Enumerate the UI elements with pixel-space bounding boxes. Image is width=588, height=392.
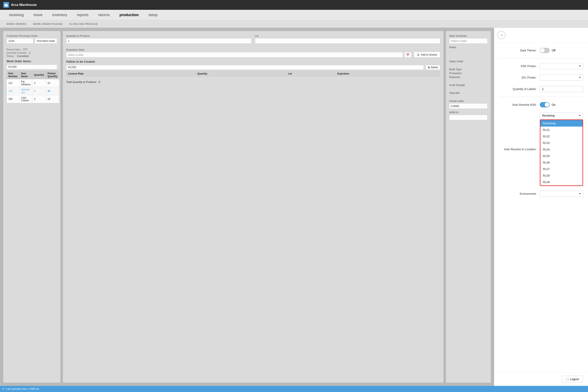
content-wrapper: Customer Purchase Order: Find Work Order…	[0, 28, 588, 386]
dropdown-item-rl04[interactable]: RL04	[540, 146, 582, 153]
dark-theme-toggle[interactable]	[540, 48, 550, 53]
auto-receive-asn-toggle[interactable]	[540, 102, 550, 108]
status-text: Last operation time: 17695 ms	[6, 388, 39, 390]
dropdown-item-rl01[interactable]: RL01	[540, 126, 582, 133]
nav-production[interactable]: production	[114, 10, 144, 20]
sub-nav-work-order-picking[interactable]: WORK ORDER PICKING	[30, 21, 66, 27]
dropdown-item-rl08[interactable]: RL08	[540, 172, 582, 179]
sub-nav-work-orders[interactable]: WORK ORDERS	[3, 21, 30, 27]
sub-nav: WORK ORDERS WORK ORDER PICKING CLOSE AND…	[0, 20, 588, 28]
settings-panel: → Dark Theme: Off PDF Printer:	[494, 28, 588, 386]
work-order-items-title: Work Order Items:	[6, 60, 57, 63]
nav-move[interactable]: move	[28, 10, 47, 20]
nav-reports[interactable]: reports	[72, 10, 93, 20]
table-row[interactable]: 115 Almond Joy 4 40	[7, 87, 59, 95]
auto-receive-location-row: Auto Receive to Location: Receiving RL01…	[499, 112, 583, 186]
svg-marker-1	[4, 3, 8, 4]
dropdown-item-rl03[interactable]: RL03	[540, 140, 582, 146]
col-license-plate: License Plate	[66, 71, 196, 76]
actual-labor-input[interactable]	[449, 103, 488, 109]
dropdown-item-rl09[interactable]: RL09	[540, 179, 582, 186]
svg-rect-0	[4, 4, 8, 6]
qty-labels-input[interactable]	[540, 86, 583, 92]
pdf-printer-select[interactable]	[540, 63, 583, 69]
queue-icon: 🖨	[417, 53, 420, 56]
nav-inventory[interactable]: inventory	[47, 10, 72, 20]
auto-receive-location-select[interactable]: Receiving RL01 RL02 RL03 RL04 RL05 RL06 …	[540, 112, 583, 118]
nav-setup[interactable]: setup	[144, 10, 162, 20]
pallets-title: Pallets to be Created:	[66, 60, 440, 63]
add-to-queue-button[interactable]: 🖨 Add to Queue	[414, 52, 440, 58]
dark-theme-state: Off	[552, 49, 555, 52]
logout-area: ⬚ Logout	[494, 372, 588, 386]
pdf-printer-label: PDF Printer:	[499, 64, 540, 68]
sub-nav-close-and-produce[interactable]: CLOSE AND PRODUCE	[66, 21, 101, 27]
status-row: Status: Cancelled	[6, 54, 57, 58]
gpm-input[interactable]	[449, 115, 488, 120]
date-schedule-input[interactable]	[449, 38, 488, 44]
zpl-printer-label: ZPL Printer:	[499, 76, 540, 79]
col-pallet-qty: Quantity	[196, 71, 286, 76]
environment-select[interactable]	[540, 191, 583, 197]
customer-po-label: Customer Purchase Order:	[6, 34, 57, 37]
collapse-panel-button[interactable]: →	[497, 31, 506, 39]
arrow-icon: →	[500, 33, 503, 37]
pdf-printer-row: PDF Printer:	[499, 62, 583, 70]
qty-build-label: Quantity to Build:	[6, 51, 27, 54]
logout-button[interactable]: ⬚ Logout	[562, 376, 583, 382]
zpl-printer-control	[540, 74, 583, 81]
pdf-printer-control	[540, 63, 583, 69]
status-label: Status:	[6, 54, 15, 58]
production-label: Production	[449, 72, 488, 75]
environment-label: Environment:	[499, 192, 540, 196]
items-filter-input[interactable]	[6, 64, 57, 70]
audit-sample-label: Audit Sample	[449, 84, 488, 86]
status-bar: ⟳ Last operation time: 17695 ms	[0, 386, 588, 392]
main-nav: receiving move inventory reports returns…	[0, 10, 588, 20]
table-row[interactable]: 108 Lays Classic 2 18	[7, 95, 59, 103]
auto-receive-asn-state: On	[552, 103, 556, 106]
dark-theme-row: Dark Theme: Off	[499, 47, 583, 54]
calendar-icon-button[interactable]: 📅	[404, 52, 412, 58]
build-type-label: Build Type	[449, 68, 488, 71]
nav-receiving[interactable]: receiving	[4, 10, 28, 20]
location-dropdown-list: Receiving RL01 RL02 RL03 RL04 RL05 RL06 …	[540, 120, 582, 186]
dropdown-item-receiving[interactable]: Receiving	[540, 120, 582, 126]
status-value: Cancelled	[17, 54, 28, 58]
dropdown-item-rl05[interactable]: RL05	[540, 153, 582, 159]
spinner-icon: ⟳	[2, 388, 4, 390]
customer-po-input[interactable]	[6, 38, 34, 44]
qty-produce-label: Quantity to Produce	[66, 34, 252, 37]
logout-icon: ⬚	[566, 378, 569, 381]
dropdown-item-rl02[interactable]: RL02	[540, 133, 582, 140]
qty-labels-control	[540, 86, 583, 92]
dropdown-item-rl06[interactable]: RL06	[540, 159, 582, 166]
work-order-right: Date Schedule Notes Sales Order Build Ty…	[446, 31, 491, 382]
expiration-date-input[interactable]	[66, 52, 403, 58]
work-order-middle: Quantity to Produce Lot Expiration Date …	[63, 31, 444, 382]
table-row[interactable]: 112 Fig Newtons 2 24	[7, 79, 59, 87]
lot-input[interactable]	[255, 38, 440, 44]
pallets-table: License Plate Quantity Lot Expiration	[66, 71, 440, 76]
qty-produce-input[interactable]	[66, 38, 252, 44]
work-order-left: Customer Purchase Order: Find Work Order…	[3, 31, 60, 382]
parent-item-label: Parent Item:	[6, 48, 21, 51]
col-pallet-lot: Lot	[286, 71, 336, 76]
qty-labels-label: Quantity of Labels:	[499, 88, 540, 91]
delete-button[interactable]: 🗑 Delete	[426, 65, 440, 70]
app-logo	[3, 2, 9, 8]
find-work-order-button[interactable]: Find Work Order	[35, 38, 57, 44]
items-table: Part Number Item Name Quantity Picked Qu…	[6, 71, 59, 103]
environment-control	[540, 191, 583, 197]
main-content: Customer Purchase Order: Find Work Order…	[0, 28, 494, 386]
lot-label: Lot	[255, 34, 440, 37]
actual-labor-label: Actual Labor	[449, 100, 488, 102]
zpl-printer-select[interactable]	[540, 74, 583, 81]
pallets-filter-input[interactable]	[66, 65, 424, 70]
auto-receive-asn-control: On	[540, 102, 583, 108]
dropdown-item-rl07[interactable]: RL07	[540, 166, 582, 172]
dark-theme-label: Dark Theme:	[499, 49, 540, 52]
nav-returns[interactable]: returns	[93, 10, 114, 20]
app-header: Arca Warehouse	[0, 0, 588, 10]
date-schedule-label: Date Schedule	[449, 34, 488, 37]
